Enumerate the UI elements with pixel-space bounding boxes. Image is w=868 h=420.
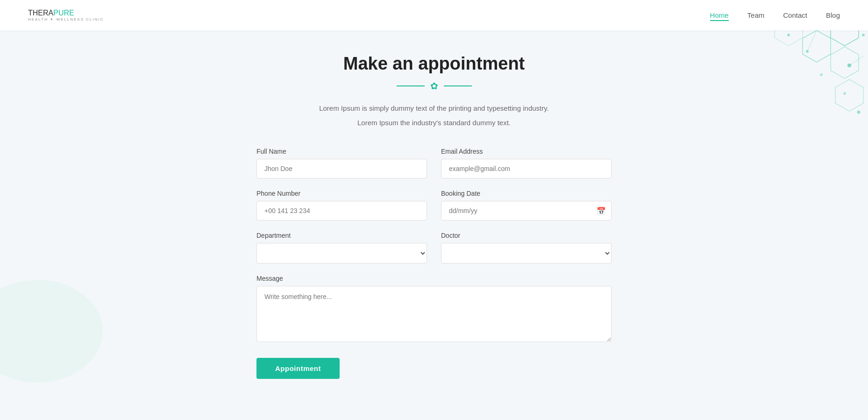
form-row-1: Full Name Email Address [256, 148, 612, 178]
nav-link-contact[interactable]: Contact [783, 11, 807, 19]
logo: THERAPURE HEALTH ✦ WELLNESS CLINIC [28, 9, 104, 21]
email-input[interactable] [441, 159, 612, 178]
doctor-label: Doctor [441, 232, 612, 239]
form-group-phone: Phone Number [256, 190, 427, 221]
booking-date-label: Booking Date [441, 190, 612, 197]
full-name-input[interactable] [256, 159, 427, 178]
department-label: Department [256, 232, 427, 239]
calendar-icon: 📅 [597, 206, 606, 215]
form-row-2: Phone Number Booking Date 📅 [256, 190, 612, 221]
phone-input[interactable] [256, 201, 427, 221]
logo-pure: PURE [53, 9, 74, 17]
page-title: Make an appointment [9, 54, 859, 74]
date-wrapper: 📅 [441, 201, 612, 221]
navbar: THERAPURE HEALTH ✦ WELLNESS CLINIC Home … [0, 0, 868, 30]
form-group-booking-date: Booking Date 📅 [441, 190, 612, 221]
main-content: Make an appointment ✿ Lorem Ipsum is sim… [0, 30, 868, 407]
form-group-email: Email Address [441, 148, 612, 178]
form-group-doctor: Doctor [441, 232, 612, 263]
logo-thera: THERA [28, 9, 53, 17]
doctor-select[interactable] [441, 243, 612, 263]
full-name-label: Full Name [256, 148, 427, 155]
nav-item-home[interactable]: Home [710, 11, 729, 20]
nav-link-home[interactable]: Home [710, 11, 729, 21]
logo-sub: HEALTH ✦ WELLNESS CLINIC [28, 18, 104, 21]
divider-icon: ✿ [430, 80, 438, 92]
nav-menu: Home Team Contact Blog [710, 11, 840, 20]
nav-item-blog[interactable]: Blog [826, 11, 840, 20]
title-divider: ✿ [9, 80, 859, 92]
phone-label: Phone Number [256, 190, 427, 197]
appointment-form: Full Name Email Address Phone Number Boo… [247, 148, 621, 379]
message-label: Message [256, 275, 612, 282]
form-group-message: Message [256, 275, 612, 342]
divider-line-left [397, 85, 425, 86]
form-group-department: Department [256, 232, 427, 263]
desc-1: Lorem Ipsum is simply dummy text of the … [294, 102, 574, 114]
nav-link-blog[interactable]: Blog [826, 11, 840, 19]
desc-2: Lorem Ipsum the industry's standard dumm… [294, 116, 574, 129]
nav-item-contact[interactable]: Contact [783, 11, 807, 20]
nav-link-team[interactable]: Team [747, 11, 765, 19]
form-group-fullname: Full Name [256, 148, 427, 178]
appointment-button[interactable]: Appointment [256, 358, 340, 379]
message-textarea[interactable] [256, 286, 612, 342]
booking-date-input[interactable] [441, 201, 612, 221]
email-label: Email Address [441, 148, 612, 155]
nav-item-team[interactable]: Team [747, 11, 765, 20]
department-select[interactable] [256, 243, 427, 263]
divider-line-right [444, 85, 472, 86]
form-row-3: Department Doctor [256, 232, 612, 263]
